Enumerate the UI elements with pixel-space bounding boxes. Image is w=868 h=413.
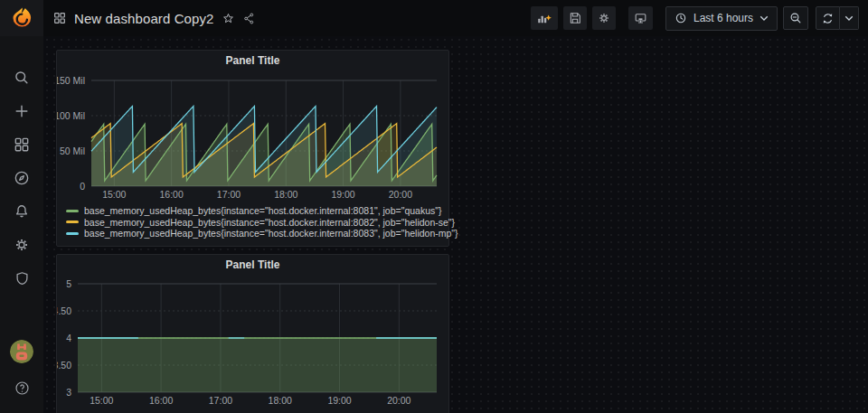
time-series-chart[interactable]: 15:0016:0017:0018:0019:0020:0033.5044.50…: [57, 275, 448, 412]
panel-title[interactable]: Panel Title: [57, 255, 448, 275]
legend-item[interactable]: base_memory_usedHeap_bytes{instance="hos…: [66, 228, 448, 239]
time-series-chart[interactable]: 15:0016:0017:0018:0019:0020:00050 Mil100…: [57, 70, 448, 202]
svg-text:4.50: 4.50: [57, 305, 71, 316]
star-icon[interactable]: [222, 12, 235, 25]
grafana-logo-icon: [10, 6, 33, 30]
dashboards-icon: [13, 136, 31, 154]
svg-text:50 Mil: 50 Mil: [60, 145, 85, 156]
clock-icon: [675, 12, 687, 24]
svg-text:20:00: 20:00: [389, 189, 412, 200]
svg-text:100 Mil: 100 Mil: [57, 110, 85, 121]
refresh-interval-dropdown[interactable]: [840, 6, 859, 30]
search-icon: [13, 69, 31, 87]
panel-constant-metric: Panel Title 15:0016:0017:0018:0019:0020:…: [56, 254, 449, 413]
svg-text:18:00: 18:00: [269, 395, 292, 406]
alerting-bell-icon: [13, 202, 31, 221]
svg-text:19:00: 19:00: [327, 395, 351, 406]
add-panel-icon: [535, 10, 553, 26]
dashboard-canvas: Panel Title 15:0016:0017:0018:0019:0020:…: [43, 36, 868, 413]
create-button[interactable]: [11, 100, 33, 122]
panel-memory-used-heap: Panel Title 15:0016:0017:0018:0019:0020:…: [56, 50, 449, 247]
svg-text:16:00: 16:00: [160, 189, 184, 200]
side-menu: [0, 36, 43, 413]
svg-text:20:00: 20:00: [387, 395, 410, 406]
svg-text:5: 5: [66, 278, 71, 289]
refresh-icon: [821, 12, 835, 25]
alerting-button[interactable]: [11, 201, 33, 222]
add-panel-button[interactable]: [531, 6, 558, 30]
chevron-down-icon: [844, 14, 854, 22]
help-button[interactable]: [11, 377, 33, 399]
legend-swatch-green: [66, 210, 79, 212]
configuration-button[interactable]: [11, 234, 33, 256]
svg-text:18:00: 18:00: [274, 189, 297, 200]
legend-swatch-cyan: [66, 232, 79, 235]
dashboard-title[interactable]: New dashboard Copy2: [74, 11, 214, 26]
user-avatar[interactable]: [10, 340, 33, 363]
svg-text:4: 4: [66, 333, 71, 343]
share-icon[interactable]: [242, 12, 256, 25]
configuration-gear-icon: [13, 236, 31, 254]
dashboard-settings-icon: [597, 11, 611, 25]
cycle-view-icon: [633, 11, 648, 25]
refresh-controls: [816, 6, 859, 30]
user-avatar-image: [10, 340, 33, 363]
svg-text:15:00: 15:00: [90, 395, 113, 406]
zoom-out-icon: [788, 11, 803, 25]
legend-item[interactable]: base_memory_usedHeap_bytes{instance="hos…: [66, 217, 448, 229]
legend: base_memory_usedHeap_bytes{instance="hos…: [57, 202, 448, 239]
svg-text:3: 3: [66, 387, 71, 398]
help-icon: [14, 380, 31, 397]
zoom-out-button[interactable]: [783, 6, 808, 30]
svg-text:15:00: 15:00: [102, 189, 126, 200]
server-admin-shield-icon: [14, 270, 31, 287]
search-button[interactable]: [11, 67, 33, 89]
svg-text:17:00: 17:00: [209, 395, 232, 406]
grafana-logo[interactable]: [0, 0, 43, 36]
legend-label: base_memory_usedHeap_bytes{instance="hos…: [84, 228, 458, 239]
time-range-picker[interactable]: Last 6 hours: [665, 6, 778, 31]
dashboard-settings-button[interactable]: [592, 6, 616, 30]
panel-title[interactable]: Panel Title: [57, 51, 448, 70]
top-navbar: New dashboard Copy2: [0, 0, 868, 36]
server-admin-button[interactable]: [11, 268, 33, 289]
legend-label: base_memory_usedHeap_bytes{instance="hos…: [84, 217, 455, 228]
explore-compass-icon: [13, 169, 31, 187]
svg-text:0: 0: [80, 181, 85, 192]
svg-text:17:00: 17:00: [217, 189, 241, 200]
svg-text:19:00: 19:00: [331, 189, 354, 200]
legend-item[interactable]: base_memory_usedHeap_bytes{instance="hos…: [66, 205, 448, 217]
apps-grid-icon: [52, 11, 67, 25]
time-range-label: Last 6 hours: [693, 12, 753, 24]
save-dashboard-icon: [568, 11, 582, 25]
legend-swatch-yellow: [66, 221, 79, 223]
dashboards-button[interactable]: [11, 134, 33, 155]
refresh-button[interactable]: [816, 6, 840, 30]
save-dashboard-button[interactable]: [563, 6, 587, 30]
svg-text:150 Mil: 150 Mil: [57, 75, 85, 86]
explore-button[interactable]: [11, 167, 33, 189]
svg-text:3.50: 3.50: [57, 360, 71, 371]
cycle-view-button[interactable]: [628, 6, 653, 30]
chevron-down-icon: [760, 14, 769, 22]
svg-text:16:00: 16:00: [149, 395, 173, 406]
legend-label: base_memory_usedHeap_bytes{instance="hos…: [84, 205, 442, 216]
plus-icon: [13, 102, 31, 120]
